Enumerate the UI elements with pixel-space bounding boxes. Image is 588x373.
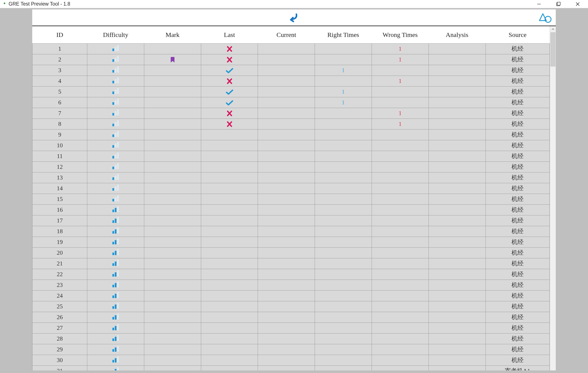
cell-mark[interactable]: [144, 151, 201, 161]
table-row[interactable]: 22 机经: [32, 269, 550, 280]
table-row[interactable]: 14 机经: [32, 183, 550, 194]
cell-source: 机经: [485, 355, 550, 365]
cell-mark[interactable]: [144, 129, 201, 140]
scroll-thumb[interactable]: [550, 32, 556, 67]
cell-id: 22: [32, 269, 87, 280]
col-header-source[interactable]: Source: [485, 26, 550, 43]
difficulty-bars-icon: [112, 110, 119, 116]
table-row[interactable]: 17 机经: [32, 215, 550, 226]
cross-icon: [226, 45, 233, 52]
cell-mark[interactable]: [144, 161, 201, 172]
cell-source: 机经: [485, 43, 550, 54]
cell-mark[interactable]: [144, 43, 201, 54]
cell-right-times: [315, 129, 372, 140]
cell-source: 机经: [485, 172, 550, 183]
cell-mark[interactable]: [144, 76, 201, 86]
cell-mark[interactable]: [144, 323, 201, 333]
cell-mark[interactable]: [144, 333, 201, 344]
table-row[interactable]: 28 机经: [32, 333, 550, 344]
table-row[interactable]: 21 机经: [32, 258, 550, 269]
col-header-last[interactable]: Last: [201, 26, 258, 43]
cell-current: [258, 54, 315, 65]
table-row[interactable]: 10 机经: [32, 140, 550, 151]
table-row[interactable]: 12 机经: [32, 161, 550, 172]
cell-mark[interactable]: [144, 237, 201, 247]
cell-mark[interactable]: [144, 65, 201, 76]
cell-wrong-times: [372, 172, 429, 183]
cell-id: 12: [32, 161, 87, 172]
table-row[interactable]: 23 机经: [32, 280, 550, 290]
table-row[interactable]: 1 1 机经: [32, 43, 550, 54]
vertical-scrollbar[interactable]: [550, 26, 556, 370]
cell-mark[interactable]: [144, 204, 201, 215]
maximize-button[interactable]: [555, 0, 562, 8]
cell-last: [201, 344, 258, 355]
cell-mark[interactable]: [144, 140, 201, 151]
col-header-wrong-times[interactable]: Wrong Times: [372, 26, 429, 43]
cell-mark[interactable]: [144, 86, 201, 97]
cell-mark[interactable]: [144, 280, 201, 290]
table-row[interactable]: 15 机经: [32, 194, 550, 204]
cell-mark[interactable]: [144, 290, 201, 301]
col-header-difficulty[interactable]: Difficulty: [87, 26, 144, 43]
table-row[interactable]: 27 机经: [32, 323, 550, 333]
cell-mark[interactable]: [144, 172, 201, 183]
back-button[interactable]: [286, 11, 302, 24]
cell-current: [258, 65, 315, 76]
table-row[interactable]: 20 机经: [32, 247, 550, 258]
cell-mark[interactable]: [144, 194, 201, 204]
table-row[interactable]: 7 1 机经: [32, 108, 550, 119]
cell-mark[interactable]: [144, 54, 201, 65]
close-button[interactable]: [574, 0, 582, 8]
col-header-current[interactable]: Current: [258, 26, 315, 43]
table-row[interactable]: 24 机经: [32, 290, 550, 301]
scroll-up-button[interactable]: [550, 26, 556, 32]
col-header-mark[interactable]: Mark: [144, 26, 201, 43]
cell-last: [201, 43, 258, 54]
table-row[interactable]: 30 机经: [32, 355, 550, 365]
table-row[interactable]: 13 机经: [32, 172, 550, 183]
cell-mark[interactable]: [144, 301, 201, 312]
col-header-id[interactable]: ID: [32, 26, 87, 43]
cell-mark[interactable]: [144, 365, 201, 370]
table-row[interactable]: 26 机经: [32, 312, 550, 323]
table-row[interactable]: 2 1 机经: [32, 54, 550, 65]
cell-mark[interactable]: [144, 97, 201, 108]
table-row[interactable]: 6 1 机经: [32, 97, 550, 108]
col-header-analysis[interactable]: Analysis: [429, 26, 485, 43]
col-header-right-times[interactable]: Right Times: [315, 26, 372, 43]
table-row[interactable]: 29 机经: [32, 344, 550, 355]
cell-right-times: [315, 108, 372, 119]
cell-mark[interactable]: [144, 226, 201, 237]
window-controls: [535, 0, 586, 8]
minimize-button[interactable]: [535, 0, 543, 8]
cell-analysis: [429, 301, 485, 312]
table-row[interactable]: 4 1 机经: [32, 76, 550, 86]
table-row[interactable]: 31 寄考机A1: [32, 365, 550, 370]
cell-source: 机经: [485, 323, 550, 333]
cell-mark[interactable]: [144, 258, 201, 269]
cell-mark[interactable]: [144, 108, 201, 119]
cell-mark[interactable]: [144, 119, 201, 129]
cell-mark[interactable]: [144, 355, 201, 365]
cell-current: [258, 76, 315, 86]
table-row[interactable]: 8 1 机经: [32, 119, 550, 129]
table-row[interactable]: 16 机经: [32, 204, 550, 215]
table-row[interactable]: 9 机经: [32, 129, 550, 140]
cell-mark[interactable]: [144, 215, 201, 226]
table-row[interactable]: 5 1 机经: [32, 86, 550, 97]
table-row[interactable]: 25 机经: [32, 301, 550, 312]
cell-mark[interactable]: [144, 247, 201, 258]
cell-current: [258, 344, 315, 355]
cell-analysis: [429, 161, 485, 172]
cell-mark[interactable]: [144, 269, 201, 280]
table-row[interactable]: 18 机经: [32, 226, 550, 237]
table-row[interactable]: 3 1 机经: [32, 65, 550, 76]
table-row[interactable]: 11 机经: [32, 151, 550, 161]
cell-mark[interactable]: [144, 344, 201, 355]
cell-mark[interactable]: [144, 183, 201, 194]
table-row[interactable]: 19 机经: [32, 237, 550, 247]
cross-icon: [226, 120, 233, 127]
cell-current: [258, 280, 315, 290]
cell-mark[interactable]: [144, 312, 201, 323]
